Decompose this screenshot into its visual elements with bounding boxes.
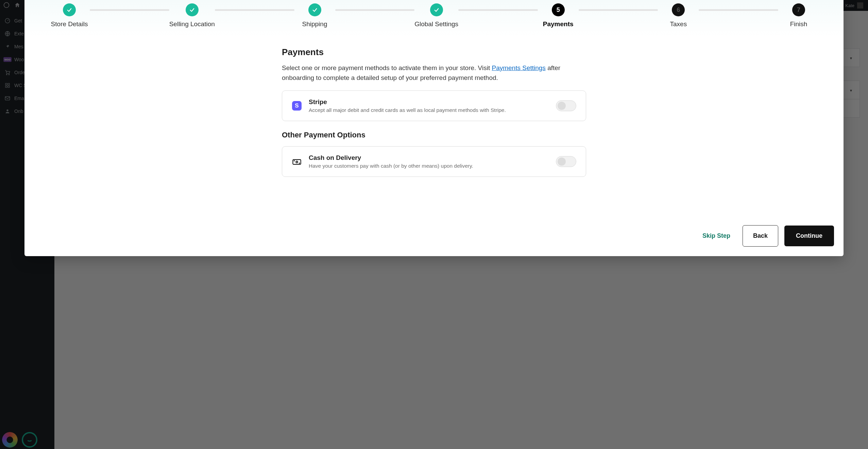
payment-option-cod: Cash on Delivery Have your customers pay… [282,146,586,177]
option-name: Stripe [309,98,549,106]
step-connector [458,9,538,11]
cod-toggle[interactable] [556,156,576,167]
step-connector [699,9,778,11]
step-connector [90,9,169,11]
continue-button[interactable]: Continue [784,226,834,246]
step-selling-location[interactable]: Selling Location [169,3,215,28]
stripe-icon: S [292,101,302,111]
step-shipping[interactable]: Shipping [294,3,335,28]
step-connector [579,9,658,11]
cash-icon [292,156,302,167]
check-icon [186,3,199,16]
page-title: Payments [282,47,586,57]
svg-point-14 [299,163,300,163]
modal-body: Payments Select one or more payment meth… [24,37,844,218]
stripe-toggle[interactable] [556,100,576,111]
step-finish[interactable]: 7 Finish [778,3,819,28]
step-global-settings[interactable]: Global Settings [414,3,458,28]
step-taxes[interactable]: 6 Taxes [658,3,699,28]
svg-point-13 [294,161,294,161]
stepper: Store Details Selling Location Shipping … [49,3,819,28]
step-label: Global Settings [414,20,458,28]
step-label: Taxes [670,20,687,28]
page-description: Select one or more payment methods to ac… [282,63,586,83]
step-payments[interactable]: 5 Payments [538,3,579,28]
step-label: Finish [790,20,807,28]
step-connector [215,9,294,11]
payments-settings-link[interactable]: Payments Settings [492,64,545,71]
option-description: Accept all major debit and credit cards … [309,107,549,113]
option-description: Have your customers pay with cash (or by… [309,163,549,169]
step-label: Payments [543,20,574,28]
modal-header: Store Details Selling Location Shipping … [24,0,844,37]
step-store-details[interactable]: Store Details [49,3,90,28]
modal-footer: Skip Step Back Continue [24,218,844,256]
step-connector [335,9,415,11]
back-button[interactable]: Back [743,225,778,247]
step-label: Selling Location [169,20,215,28]
step-number: 6 [672,3,685,16]
onboarding-modal: Store Details Selling Location Shipping … [24,0,844,256]
stripe-icon-letter: S [292,101,302,111]
check-icon [430,3,443,16]
step-number: 5 [552,3,565,16]
skip-step-button[interactable]: Skip Step [696,228,736,244]
other-options-title: Other Payment Options [282,131,586,139]
step-number: 7 [792,3,805,16]
check-icon [308,3,321,16]
check-icon [63,3,76,16]
option-name: Cash on Delivery [309,154,549,162]
step-label: Shipping [302,20,327,28]
step-label: Store Details [51,20,88,28]
payment-option-stripe: S Stripe Accept all major debit and cred… [282,90,586,121]
svg-point-12 [296,161,297,163]
desc-text: Select one or more payment methods to ac… [282,64,492,71]
